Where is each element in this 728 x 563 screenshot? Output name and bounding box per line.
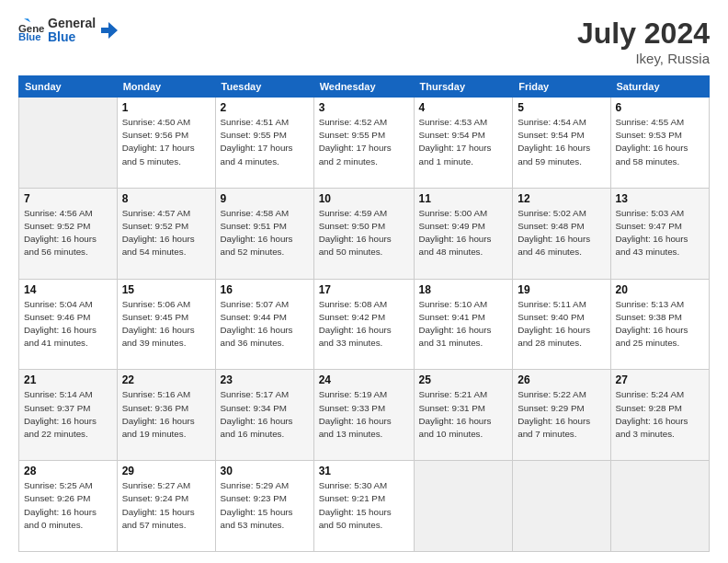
calendar-cell: 23Sunrise: 5:17 AM Sunset: 9:34 PM Dayli… (215, 370, 313, 461)
calendar-cell: 28Sunrise: 5:25 AM Sunset: 9:26 PM Dayli… (19, 461, 118, 552)
calendar-cell: 13Sunrise: 5:03 AM Sunset: 9:47 PM Dayli… (610, 188, 710, 279)
day-info: Sunrise: 5:13 AM Sunset: 9:38 PM Dayligh… (616, 298, 705, 350)
calendar-cell: 27Sunrise: 5:24 AM Sunset: 9:28 PM Dayli… (610, 370, 710, 461)
week-row-3: 14Sunrise: 5:04 AM Sunset: 9:46 PM Dayli… (19, 279, 710, 370)
week-row-1: 1Sunrise: 4:50 AM Sunset: 9:56 PM Daylig… (19, 98, 710, 189)
day-info: Sunrise: 4:56 AM Sunset: 9:52 PM Dayligh… (24, 207, 112, 259)
day-number: 10 (319, 192, 409, 205)
day-number: 2 (221, 101, 309, 114)
col-header-friday: Friday (513, 76, 610, 98)
week-row-2: 7Sunrise: 4:56 AM Sunset: 9:52 PM Daylig… (19, 188, 710, 279)
day-number: 4 (419, 101, 508, 114)
day-number: 18 (419, 283, 508, 296)
calendar-cell (19, 98, 118, 189)
day-number: 23 (221, 373, 309, 386)
day-info: Sunrise: 4:59 AM Sunset: 9:50 PM Dayligh… (319, 207, 409, 259)
day-info: Sunrise: 5:11 AM Sunset: 9:40 PM Dayligh… (518, 298, 605, 350)
day-number: 29 (122, 465, 210, 477)
day-number: 22 (122, 373, 210, 386)
day-number: 28 (24, 465, 112, 477)
header: General Blue General Blue July 2024 Ikey… (18, 17, 710, 66)
logo-arrow-icon (99, 20, 119, 40)
calendar-cell: 5Sunrise: 4:54 AM Sunset: 9:54 PM Daylig… (513, 98, 610, 189)
month-title: July 2024 (577, 17, 710, 51)
day-info: Sunrise: 4:53 AM Sunset: 9:54 PM Dayligh… (419, 116, 508, 168)
day-info: Sunrise: 5:24 AM Sunset: 9:28 PM Dayligh… (616, 388, 705, 441)
logo-icon: General Blue (18, 17, 44, 43)
calendar-cell: 14Sunrise: 5:04 AM Sunset: 9:46 PM Dayli… (19, 279, 118, 370)
calendar-cell: 11Sunrise: 5:00 AM Sunset: 9:49 PM Dayli… (414, 188, 513, 279)
day-info: Sunrise: 4:55 AM Sunset: 9:53 PM Dayligh… (616, 116, 705, 168)
col-header-saturday: Saturday (610, 76, 710, 98)
calendar-cell: 24Sunrise: 5:19 AM Sunset: 9:33 PM Dayli… (313, 370, 414, 461)
col-header-tuesday: Tuesday (215, 76, 313, 98)
week-row-5: 28Sunrise: 5:25 AM Sunset: 9:26 PM Dayli… (19, 461, 710, 552)
calendar-cell: 29Sunrise: 5:27 AM Sunset: 9:24 PM Dayli… (117, 461, 215, 552)
day-info: Sunrise: 5:00 AM Sunset: 9:49 PM Dayligh… (419, 207, 508, 259)
calendar-cell: 6Sunrise: 4:55 AM Sunset: 9:53 PM Daylig… (610, 98, 710, 189)
calendar-cell: 7Sunrise: 4:56 AM Sunset: 9:52 PM Daylig… (19, 188, 118, 279)
day-number: 31 (319, 465, 409, 477)
day-number: 21 (24, 373, 112, 386)
day-number: 6 (616, 101, 705, 114)
day-number: 13 (616, 192, 705, 205)
title-block: July 2024 Ikey, Russia (577, 17, 710, 66)
logo: General Blue General Blue (18, 17, 119, 45)
day-info: Sunrise: 4:57 AM Sunset: 9:52 PM Dayligh… (122, 207, 210, 259)
day-number: 27 (616, 373, 705, 386)
col-header-wednesday: Wednesday (313, 76, 414, 98)
calendar-cell: 3Sunrise: 4:52 AM Sunset: 9:55 PM Daylig… (313, 98, 414, 189)
day-info: Sunrise: 5:30 AM Sunset: 9:21 PM Dayligh… (319, 479, 409, 532)
day-info: Sunrise: 5:25 AM Sunset: 9:26 PM Dayligh… (24, 479, 112, 532)
location-title: Ikey, Russia (577, 51, 710, 66)
day-number: 5 (518, 101, 605, 114)
calendar-cell: 31Sunrise: 5:30 AM Sunset: 9:21 PM Dayli… (313, 461, 414, 552)
calendar-cell (513, 461, 610, 552)
day-info: Sunrise: 5:19 AM Sunset: 9:33 PM Dayligh… (319, 388, 409, 441)
svg-marker-3 (101, 22, 118, 39)
col-header-thursday: Thursday (414, 76, 513, 98)
calendar-cell: 18Sunrise: 5:10 AM Sunset: 9:41 PM Dayli… (414, 279, 513, 370)
day-info: Sunrise: 5:07 AM Sunset: 9:44 PM Dayligh… (221, 298, 309, 350)
calendar-cell: 9Sunrise: 4:58 AM Sunset: 9:51 PM Daylig… (215, 188, 313, 279)
calendar-cell: 26Sunrise: 5:22 AM Sunset: 9:29 PM Dayli… (513, 370, 610, 461)
calendar-cell: 8Sunrise: 4:57 AM Sunset: 9:52 PM Daylig… (117, 188, 215, 279)
day-info: Sunrise: 5:22 AM Sunset: 9:29 PM Dayligh… (518, 388, 605, 441)
day-info: Sunrise: 5:02 AM Sunset: 9:48 PM Dayligh… (518, 207, 605, 259)
day-number: 16 (221, 283, 309, 296)
day-info: Sunrise: 5:27 AM Sunset: 9:24 PM Dayligh… (122, 479, 210, 532)
calendar-cell: 10Sunrise: 4:59 AM Sunset: 9:50 PM Dayli… (313, 188, 414, 279)
day-number: 26 (518, 373, 605, 386)
day-info: Sunrise: 4:58 AM Sunset: 9:51 PM Dayligh… (221, 207, 309, 259)
calendar-cell: 2Sunrise: 4:51 AM Sunset: 9:55 PM Daylig… (215, 98, 313, 189)
day-number: 30 (221, 465, 309, 477)
col-header-sunday: Sunday (19, 76, 118, 98)
day-info: Sunrise: 5:17 AM Sunset: 9:34 PM Dayligh… (221, 388, 309, 441)
day-info: Sunrise: 4:54 AM Sunset: 9:54 PM Dayligh… (518, 116, 605, 168)
day-info: Sunrise: 4:50 AM Sunset: 9:56 PM Dayligh… (122, 116, 210, 168)
day-number: 20 (616, 283, 705, 296)
calendar-cell: 30Sunrise: 5:29 AM Sunset: 9:23 PM Dayli… (215, 461, 313, 552)
day-number: 24 (319, 373, 409, 386)
day-number: 19 (518, 283, 605, 296)
calendar-table: SundayMondayTuesdayWednesdayThursdayFrid… (18, 75, 710, 552)
day-number: 1 (122, 101, 210, 114)
calendar-cell: 17Sunrise: 5:08 AM Sunset: 9:42 PM Dayli… (313, 279, 414, 370)
day-number: 14 (24, 283, 112, 296)
calendar-cell: 19Sunrise: 5:11 AM Sunset: 9:40 PM Dayli… (513, 279, 610, 370)
page: General Blue General Blue July 2024 Ikey… (0, 0, 728, 563)
logo-general: General (48, 17, 96, 30)
day-number: 17 (319, 283, 409, 296)
day-number: 12 (518, 192, 605, 205)
day-info: Sunrise: 5:03 AM Sunset: 9:47 PM Dayligh… (616, 207, 705, 259)
day-info: Sunrise: 5:14 AM Sunset: 9:37 PM Dayligh… (24, 388, 112, 441)
svg-text:Blue: Blue (18, 32, 41, 43)
day-number: 8 (122, 192, 210, 205)
svg-marker-2 (24, 19, 30, 23)
calendar-cell: 25Sunrise: 5:21 AM Sunset: 9:31 PM Dayli… (414, 370, 513, 461)
day-number: 15 (122, 283, 210, 296)
day-info: Sunrise: 4:51 AM Sunset: 9:55 PM Dayligh… (221, 116, 309, 168)
day-info: Sunrise: 4:52 AM Sunset: 9:55 PM Dayligh… (319, 116, 409, 168)
calendar-cell: 21Sunrise: 5:14 AM Sunset: 9:37 PM Dayli… (19, 370, 118, 461)
day-info: Sunrise: 5:21 AM Sunset: 9:31 PM Dayligh… (419, 388, 508, 441)
